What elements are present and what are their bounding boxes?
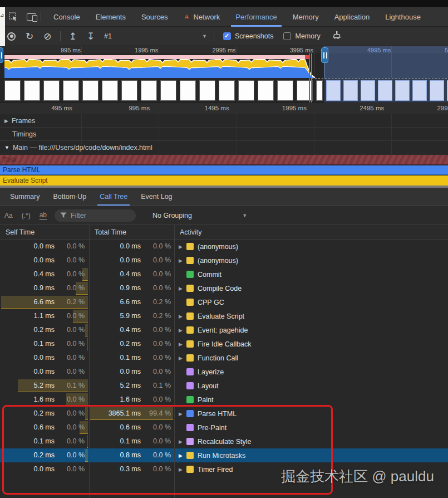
match-case-icon[interactable]: Aa: [4, 212, 13, 219]
screenshot-frame[interactable]: [199, 80, 215, 101]
main-thread-track[interactable]: ▼ Main — file:///Users/dp/code/down/inde…: [0, 141, 448, 154]
timings-track[interactable]: Timings: [0, 128, 448, 141]
column-divider[interactable]: [174, 225, 175, 498]
timeline-overview[interactable]: 995 ms1995 ms2995 ms3995 ms4995 ms5995 m…: [0, 46, 448, 79]
call-tree-row[interactable]: 0.6 ms0.0 %0.6 ms0.0 %Pre-Paint: [0, 421, 448, 434]
tab-bottom-up[interactable]: Bottom-Up: [46, 188, 93, 206]
expand-arrow-icon[interactable]: ▶: [179, 355, 186, 361]
call-tree-row[interactable]: 6.6 ms0.2 %6.6 ms0.2 %CPP GC: [0, 295, 448, 309]
expand-arrow-icon[interactable]: ▶: [179, 341, 186, 347]
expand-arrow-icon[interactable]: ▶: [179, 453, 186, 458]
tab-lighthouse[interactable]: Lighthouse: [377, 7, 429, 27]
screenshot-frame[interactable]: [160, 80, 176, 101]
screenshot-frame[interactable]: [238, 80, 254, 101]
screenshot-frame[interactable]: [316, 80, 323, 101]
call-tree-row[interactable]: 0.2 ms0.0 %0.8 ms0.0 %▶Run Microtasks: [0, 448, 448, 462]
call-tree-row[interactable]: 0.0 ms0.0 %0.0 ms0.0 %Layerize: [0, 365, 448, 379]
screenshot-frame[interactable]: [277, 80, 293, 101]
call-tree-row[interactable]: 0.2 ms0.0 %0.4 ms0.0 %▶Event: pagehide: [0, 323, 448, 337]
screenshot-frame[interactable]: [102, 80, 118, 101]
screenshots-checkbox[interactable]: [223, 32, 231, 40]
screenshot-frame[interactable]: [297, 80, 313, 101]
tab-call-tree[interactable]: Call Tree: [93, 188, 134, 206]
expand-arrow-icon[interactable]: ▶: [179, 328, 186, 333]
reload-and-record-button[interactable]: ↻: [26, 32, 33, 41]
call-tree-row[interactable]: 0.0 ms0.0 %0.0 ms0.0 %▶(anonymous): [0, 240, 448, 253]
tab-memory[interactable]: Memory: [285, 7, 327, 27]
expand-arrow-icon[interactable]: ▶: [179, 411, 186, 417]
memory-checkbox-group[interactable]: Memory: [283, 32, 330, 40]
tab-sources[interactable]: Sources: [134, 7, 176, 27]
session-select[interactable]: #1 ▼: [104, 32, 207, 40]
screenshot-frame-selected[interactable]: [343, 80, 358, 101]
column-total-time[interactable]: Total Time: [89, 228, 174, 236]
screenshot-frame-selected[interactable]: [326, 80, 341, 101]
screenshot-frame[interactable]: [258, 80, 274, 101]
device-toolbar-icon[interactable]: [27, 13, 36, 21]
time-value: 0.0 ms: [33, 253, 55, 267]
screenshot-frame[interactable]: [4, 80, 21, 101]
tab-performance[interactable]: Performance: [228, 7, 284, 27]
tab-event-log[interactable]: Event Log: [134, 188, 179, 206]
expand-arrow-icon[interactable]: ▶: [179, 286, 186, 291]
load-profile-icon[interactable]: ↥: [69, 32, 77, 41]
call-tree-row[interactable]: 1.6 ms0.0 %1.6 ms0.0 %Paint: [0, 393, 448, 407]
column-activity[interactable]: Activity: [174, 228, 202, 236]
frames-track[interactable]: ▶ Frames: [0, 114, 448, 128]
record-button[interactable]: [7, 32, 16, 41]
activity-cell: ▶Recalculate Style: [174, 434, 252, 448]
whole-word-icon[interactable]: ab: [40, 211, 47, 220]
screenshot-frame[interactable]: [180, 80, 196, 101]
expand-arrow-icon[interactable]: ▶: [179, 439, 186, 445]
tab-summary[interactable]: Summary: [3, 188, 46, 206]
screenshot-frame[interactable]: [82, 80, 99, 101]
clear-button[interactable]: ⊘: [43, 32, 51, 41]
expand-arrow-icon[interactable]: ▶: [179, 314, 186, 319]
filter-input[interactable]: Filter: [55, 209, 136, 222]
memory-checkbox[interactable]: [283, 32, 291, 40]
inspect-element-icon[interactable]: [9, 12, 18, 21]
call-tree-row[interactable]: 0.9 ms0.0 %0.9 ms0.0 %▶Compile Code: [0, 281, 448, 295]
collect-garbage-icon[interactable]: [332, 30, 342, 42]
call-tree-row[interactable]: 0.1 ms0.0 %0.2 ms0.0 %▶Fire Idle Callbac…: [0, 337, 448, 351]
screenshot-frame[interactable]: [24, 80, 40, 101]
screenshot-frame-selected[interactable]: [395, 80, 410, 101]
call-tree-row[interactable]: 0.2 ms0.0 %3865.1 ms99.4 %▶Parse HTML: [0, 407, 448, 421]
screenshot-frame[interactable]: [121, 80, 137, 101]
screenshots-checkbox-group[interactable]: Screenshots: [223, 32, 283, 40]
screenshot-frame[interactable]: [63, 80, 79, 101]
call-tree-row[interactable]: 1.1 ms0.0 %5.9 ms0.2 %▶Evaluate Script: [0, 309, 448, 323]
flame-bar-task[interactable]: Task: [0, 155, 448, 165]
regex-icon[interactable]: (.*): [22, 212, 31, 219]
call-tree-row[interactable]: 0.1 ms0.0 %0.1 ms0.0 %▶Recalculate Style: [0, 434, 448, 448]
call-tree-row[interactable]: 0.0 ms0.0 %0.0 ms0.0 %▶(anonymous): [0, 253, 448, 267]
flame-bar-evaluate-script[interactable]: Evaluate Script: [0, 175, 448, 185]
call-tree-row[interactable]: 0.0 ms0.0 %0.1 ms0.0 %▶Function Call: [0, 351, 448, 365]
self-time-cell: 0.4 ms0.0 %: [0, 267, 89, 281]
screenshot-frame-selected[interactable]: [430, 80, 444, 101]
selection-handle-right[interactable]: [321, 47, 328, 63]
call-tree-row[interactable]: 5.2 ms0.1 %5.2 ms0.1 %Layout: [0, 379, 448, 393]
expand-arrow-icon[interactable]: ▶: [179, 258, 186, 263]
screenshot-filmstrip[interactable]: [0, 79, 448, 102]
selection-overlay[interactable]: [324, 46, 448, 79]
save-profile-icon[interactable]: ↧: [87, 32, 95, 41]
screenshot-frame-selected[interactable]: [361, 80, 375, 101]
screenshot-frame[interactable]: [219, 80, 235, 101]
screenshot-frame-selected[interactable]: [378, 80, 392, 101]
screenshot-frame[interactable]: [141, 80, 157, 101]
tab-network[interactable]: ▲! Network: [176, 7, 228, 27]
expand-arrow-icon[interactable]: ▶: [179, 467, 186, 472]
flame-bar-parse-html[interactable]: Parse HTML: [0, 165, 448, 175]
expand-arrow-icon[interactable]: ▶: [179, 244, 186, 250]
screenshot-frame-selected[interactable]: [412, 80, 427, 101]
selection-handle-left[interactable]: [0, 47, 3, 63]
tab-elements[interactable]: Elements: [88, 7, 134, 27]
tab-application[interactable]: Application: [327, 7, 378, 27]
tab-console[interactable]: Console: [46, 7, 88, 27]
grouping-select[interactable]: No Grouping ▼: [152, 212, 247, 219]
screenshot-frame[interactable]: [43, 80, 60, 101]
column-self-time[interactable]: Self Time: [0, 228, 89, 236]
column-divider[interactable]: [89, 225, 90, 498]
call-tree-row[interactable]: 0.4 ms0.0 %0.4 ms0.0 %Commit: [0, 267, 448, 281]
